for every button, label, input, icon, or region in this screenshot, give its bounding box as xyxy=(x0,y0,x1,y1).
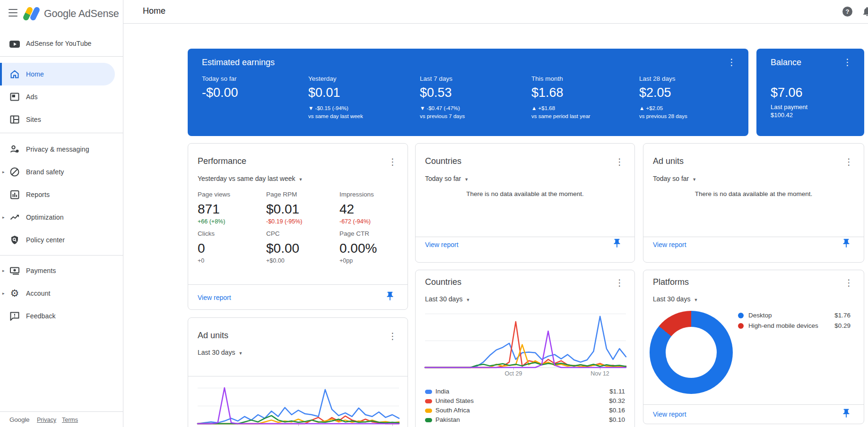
terms-link[interactable]: Terms xyxy=(62,417,78,423)
legend-row: Pakistan $0.10 xyxy=(425,416,625,425)
page-title: Home xyxy=(143,6,165,16)
expand-arrow-icon[interactable]: ▸ xyxy=(2,206,5,229)
legend-swatch xyxy=(425,409,432,413)
dropdown-arrow-icon: ▼ xyxy=(464,177,469,182)
card-menu-kebab-icon[interactable]: ⋮ xyxy=(724,57,739,68)
date-range-dropdown[interactable]: Yesterday vs same day last week▼ xyxy=(198,175,303,182)
hamburger-menu-icon[interactable] xyxy=(8,8,19,17)
balance-card: Balance ⋮ $7.06 Last payment $100.42 xyxy=(756,49,864,136)
balance-value: $7.06 xyxy=(771,85,803,100)
view-report-link[interactable]: View report xyxy=(653,410,686,418)
adunits-month-card: Ad units ⋮ Last 30 days▼ Oct 29 Nov 12 xyxy=(188,317,408,427)
view-report-link[interactable]: View report xyxy=(653,241,686,248)
sidebar-item-home[interactable]: Home xyxy=(0,63,123,85)
date-range-dropdown[interactable]: Last 30 days▼ xyxy=(653,295,698,303)
platforms-donut-chart xyxy=(650,311,733,394)
card-title: Countries xyxy=(425,277,461,287)
card-menu-kebab-icon[interactable]: ⋮ xyxy=(385,156,400,167)
expand-arrow-icon[interactable]: ▸ xyxy=(2,161,5,183)
adunits-line-chart xyxy=(198,388,399,424)
countries-line-chart xyxy=(425,314,626,367)
x-tick-label: Oct 29 xyxy=(505,370,522,377)
privacy-link[interactable]: Privacy xyxy=(37,417,56,423)
sidebar-item-sites[interactable]: Sites xyxy=(0,108,123,131)
pin-icon[interactable] xyxy=(385,291,395,301)
card-divider xyxy=(188,284,408,285)
card-divider xyxy=(188,376,408,376)
legend-dot xyxy=(738,323,744,329)
dropdown-arrow-icon: ▼ xyxy=(466,298,470,302)
expand-arrow-icon[interactable]: ▸ xyxy=(2,282,5,305)
legend-row: United States $0.32 xyxy=(425,397,625,406)
card-title: Performance xyxy=(198,156,246,166)
dropdown-arrow-icon: ▼ xyxy=(238,351,243,356)
countries-today-card: Countries ⋮ Today so far▼ There is no da… xyxy=(415,143,635,263)
card-menu-kebab-icon[interactable]: ⋮ xyxy=(842,156,856,167)
sidebar-item-brand-safety[interactable]: ▸ Brand safety xyxy=(0,161,123,183)
date-range-dropdown[interactable]: Today so far▼ xyxy=(653,175,696,182)
delta-up: ▲ +$2.05 xyxy=(639,105,663,111)
view-report-link[interactable]: View report xyxy=(425,241,459,248)
card-title: Ad units xyxy=(653,156,684,166)
sidebar-item-reports[interactable]: Reports xyxy=(0,183,123,206)
reports-icon xyxy=(9,189,20,200)
card-menu-kebab-icon[interactable]: ⋮ xyxy=(385,331,400,342)
sidebar-item-payments[interactable]: ▸ Payments xyxy=(0,259,123,282)
no-data-message: There is no data available at the moment… xyxy=(643,190,864,197)
dropdown-arrow-icon: ▼ xyxy=(298,177,303,182)
sidebar-item-privacy-messaging[interactable]: Privacy & messaging xyxy=(0,138,123,161)
card-title: Balance xyxy=(771,58,801,68)
delta-down: ▼ -$0.15 (-94%) xyxy=(308,105,348,111)
sidebar-item-feedback[interactable]: Feedback xyxy=(0,305,123,327)
pin-icon[interactable] xyxy=(612,238,622,248)
privacy-messaging-icon xyxy=(9,144,20,155)
sidebar-item-policy-center[interactable]: Policy center xyxy=(0,229,123,251)
brand-safety-icon xyxy=(9,166,20,178)
dropdown-arrow-icon: ▼ xyxy=(694,298,698,302)
expand-arrow-icon[interactable]: ▸ xyxy=(2,259,5,282)
sidebar-item-account[interactable]: ▸ ⚙ Account xyxy=(0,282,123,305)
legend-swatch xyxy=(425,399,432,403)
card-menu-kebab-icon[interactable]: ⋮ xyxy=(612,156,627,167)
adunits-today-card: Ad units ⋮ Today so far▼ There is no dat… xyxy=(643,143,864,263)
feedback-icon xyxy=(9,310,20,322)
pin-icon[interactable] xyxy=(841,238,851,248)
date-range-dropdown[interactable]: Today so far▼ xyxy=(425,175,469,182)
estimated-earnings-card: Estimated earnings ⋮ Today so far -$0.00… xyxy=(188,49,748,136)
legend-row: Desktop $1.76 xyxy=(738,311,851,321)
sidebar: Google AdSense AdSense for YouTube Home … xyxy=(0,0,123,427)
delta-up: ▲ +$1.68 xyxy=(531,105,555,111)
card-title: Platforms xyxy=(653,277,689,287)
adsense-logo-text: Google AdSense xyxy=(44,8,119,20)
sidebar-footer: Google Privacy Terms xyxy=(0,411,123,427)
legend-row: High-end mobile devices $0.29 xyxy=(738,322,851,331)
countries-month-card: Countries ⋮ Last 30 days▼ Oct 29 Nov 12 … xyxy=(415,270,635,427)
home-icon xyxy=(9,68,20,80)
last-payment-value: $100.42 xyxy=(771,111,793,119)
sidebar-item-adsense-for-youtube[interactable]: AdSense for YouTube xyxy=(0,33,123,54)
card-menu-kebab-icon[interactable]: ⋮ xyxy=(612,277,627,288)
sidebar-header: Google AdSense xyxy=(0,0,123,27)
google-wordmark: Google xyxy=(9,416,29,423)
card-menu-kebab-icon[interactable]: ⋮ xyxy=(842,277,856,288)
adsense-dashboard: Google AdSense AdSense for YouTube Home … xyxy=(0,0,868,427)
date-range-dropdown[interactable]: Last 30 days▼ xyxy=(198,349,243,356)
legend-swatch xyxy=(425,390,432,394)
dashboard: Estimated earnings ⋮ Today so far -$0.00… xyxy=(123,24,868,427)
date-range-dropdown[interactable]: Last 30 days▼ xyxy=(425,295,470,303)
card-menu-kebab-icon[interactable]: ⋮ xyxy=(840,57,855,68)
card-divider xyxy=(416,237,634,237)
performance-card: Performance ⋮ Yesterday vs same day last… xyxy=(188,143,408,310)
sidebar-divider xyxy=(0,255,123,256)
help-icon[interactable]: ? xyxy=(842,7,852,17)
legend-swatch xyxy=(425,418,432,422)
view-report-link[interactable]: View report xyxy=(198,294,231,301)
sidebar-item-optimization[interactable]: ▸ Optimization xyxy=(0,206,123,229)
card-title: Countries xyxy=(425,156,461,166)
optimization-icon xyxy=(9,212,20,223)
topbar: Home ? xyxy=(123,0,868,24)
sidebar-item-ads[interactable]: Ads xyxy=(0,85,123,108)
pin-icon[interactable] xyxy=(841,408,851,418)
sidebar-divider xyxy=(0,56,123,57)
notifications-bell-icon[interactable] xyxy=(861,6,868,17)
